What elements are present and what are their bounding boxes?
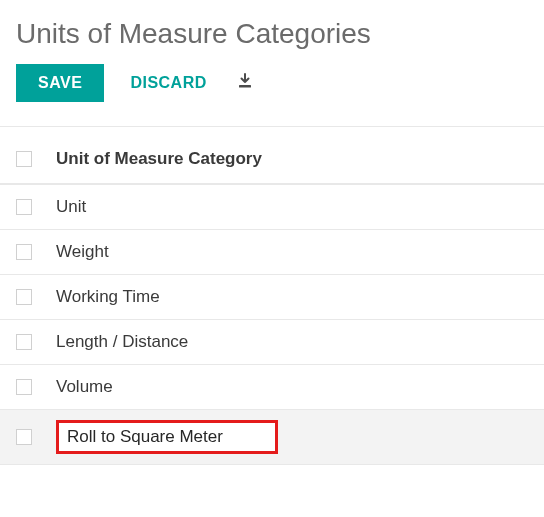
row-label: Length / Distance	[56, 330, 188, 354]
row-checkbox[interactable]	[16, 379, 32, 395]
row-checkbox[interactable]	[16, 289, 32, 305]
table-row[interactable]: Length / Distance	[0, 320, 544, 365]
row-label: Volume	[56, 375, 113, 399]
import-icon[interactable]	[233, 69, 257, 98]
row-checkbox[interactable]	[16, 244, 32, 260]
table-row-editing[interactable]	[0, 410, 544, 465]
category-name-input[interactable]	[67, 427, 267, 447]
svg-rect-0	[239, 85, 251, 88]
table-row[interactable]: Weight	[0, 230, 544, 275]
table-header-row: Unit of Measure Category	[0, 127, 544, 184]
table-body: Unit Weight Working Time Length / Distan…	[0, 184, 544, 465]
row-checkbox[interactable]	[16, 199, 32, 215]
table-row[interactable]: Volume	[0, 365, 544, 410]
page-title: Units of Measure Categories	[0, 0, 544, 64]
editing-cell	[56, 420, 278, 454]
row-label: Working Time	[56, 285, 160, 309]
save-button[interactable]: SAVE	[16, 64, 104, 102]
row-label: Weight	[56, 240, 109, 264]
select-all-checkbox[interactable]	[16, 151, 32, 167]
table-row[interactable]: Working Time	[0, 275, 544, 320]
row-checkbox[interactable]	[16, 334, 32, 350]
discard-button[interactable]: DISCARD	[126, 64, 210, 102]
column-header-category[interactable]: Unit of Measure Category	[56, 149, 262, 169]
table-row[interactable]: Unit	[0, 185, 544, 230]
toolbar: SAVE DISCARD	[0, 64, 544, 126]
row-label: Unit	[56, 195, 86, 219]
row-checkbox[interactable]	[16, 429, 32, 445]
